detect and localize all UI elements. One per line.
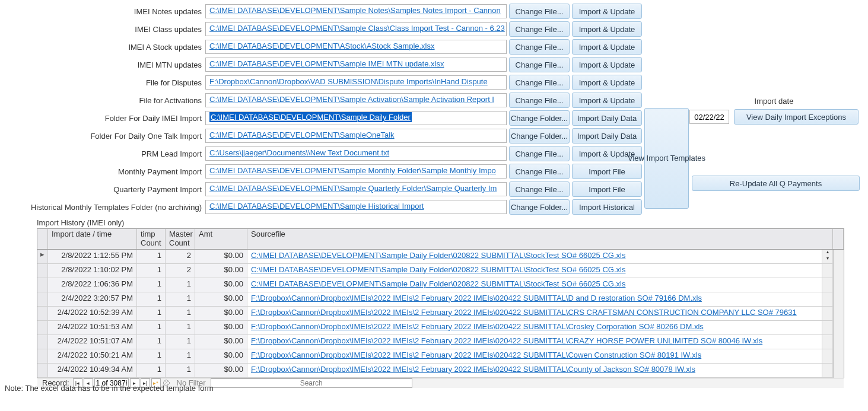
import-button[interactable]: Import & Update <box>572 57 642 72</box>
import-button[interactable]: Import Daily Data <box>572 110 642 126</box>
change-button[interactable]: Change File... <box>509 39 570 55</box>
sourcefile-link[interactable]: F:\Dropbox\Cannon\Dropbox\IMEIs\2022 IME… <box>251 308 797 317</box>
grid-header-datetime[interactable]: Import date / time <box>48 229 137 249</box>
path-link[interactable]: C:\IMEI DATABASE\DEVELOPMENT\Sample Acti… <box>209 95 494 104</box>
sourcefile-link[interactable]: F:\Dropbox\Cannon\Dropbox\IMEIs\2022 IME… <box>251 365 695 374</box>
sourcefile-link[interactable]: C:\IMEI DATABASE\DEVELOPMENT\Sample Dail… <box>251 279 625 288</box>
row-selector[interactable] <box>37 292 48 306</box>
grid-header-selector <box>37 229 48 249</box>
grid-search-input[interactable] <box>211 378 412 388</box>
import-button[interactable]: Import Daily Data <box>572 128 642 144</box>
table-row[interactable]: 2/4/2022 10:51:53 AM11$0.00F:\Dropbox\Ca… <box>37 321 833 335</box>
table-row[interactable]: 2/4/2022 10:50:21 AM11$0.00F:\Dropbox\Ca… <box>37 349 833 364</box>
row-selector[interactable]: ▸ <box>37 250 48 263</box>
path-link[interactable]: C:\IMEI DATABASE\DEVELOPMENT\AStock\ASto… <box>209 42 435 50</box>
table-row[interactable]: 2/4/2022 10:52:39 AM11$0.00F:\Dropbox\Ca… <box>37 307 833 321</box>
path-link[interactable]: C:\IMEI DATABASE\DEVELOPMENT\Sample IMEI… <box>209 59 444 68</box>
reupdate-all-q-payments-button[interactable]: Re-Update All Q Payments <box>692 176 860 191</box>
import-button[interactable]: Import File <box>572 164 642 179</box>
import-button[interactable]: Import & Update <box>572 4 642 19</box>
table-row[interactable]: ▸2/8/2022 1:12:55 PM12$0.00C:\IMEI DATAB… <box>37 250 833 264</box>
change-button[interactable]: Change File... <box>509 146 570 161</box>
table-row[interactable]: 2/4/2022 3:20:57 PM11$0.00F:\Dropbox\Can… <box>37 292 833 307</box>
path-input[interactable]: C:\IMEI DATABASE\DEVELOPMENT\Sample Quar… <box>205 182 507 196</box>
path-link[interactable]: C:\IMEI DATABASE\DEVELOPMENT\SampleOneTa… <box>209 130 395 139</box>
change-button[interactable]: Change File... <box>509 93 570 108</box>
table-row[interactable]: 2/4/2022 10:51:07 AM11$0.00F:\Dropbox\Ca… <box>37 335 833 349</box>
path-input[interactable]: C:\IMEI DATABASE\DEVELOPMENT\AStock\ASto… <box>205 40 507 54</box>
row-selector[interactable] <box>37 335 48 349</box>
change-button[interactable]: Change File... <box>509 4 570 19</box>
path-input[interactable]: C:\IMEI DATABASE\DEVELOPMENT\Sample Hist… <box>205 200 507 214</box>
import-history-grid[interactable]: Import date / time timp Count Master Cou… <box>37 228 844 378</box>
path-input[interactable]: C:\IMEI DATABASE\DEVELOPMENT\Sample Dail… <box>205 111 507 125</box>
sourcefile-link[interactable]: F:\Dropbox\Cannon\Dropbox\IMEIs\2022 IME… <box>251 322 704 331</box>
table-row[interactable]: 2/4/2022 10:49:34 AM11$0.00F:\Dropbox\Ca… <box>37 364 833 378</box>
change-button[interactable]: Change Folder... <box>509 199 570 215</box>
path-link[interactable]: C:\IMEI DATABASE\DEVELOPMENT\Sample Clas… <box>209 24 505 33</box>
import-button[interactable]: Import & Update <box>572 39 642 55</box>
import-button[interactable]: Import File <box>572 181 642 197</box>
row-label: Monthly Payment Import <box>14 167 205 176</box>
import-history-label: Import History (IMEI only) <box>37 218 864 227</box>
row-selector[interactable] <box>37 364 48 377</box>
cell-sourcefile: F:\Dropbox\Cannon\Dropbox\IMEIs\2022 IME… <box>247 349 822 363</box>
cell-datetime: 2/4/2022 3:20:57 PM <box>48 292 137 306</box>
path-input[interactable]: C:\IMEI DATABASE\DEVELOPMENT\Sample IMEI… <box>205 58 507 72</box>
cell-amt: $0.00 <box>195 335 247 349</box>
grid-header-amt[interactable]: Amt <box>195 229 247 249</box>
row-selector[interactable] <box>37 278 48 292</box>
import-button[interactable]: Import Historical <box>572 199 642 215</box>
grid-header-timp-count[interactable]: timp Count <box>137 229 166 249</box>
sourcefile-link[interactable]: F:\Dropbox\Cannon\Dropbox\IMEIs\2022 IME… <box>251 294 702 302</box>
path-input[interactable]: C:\IMEI DATABASE\DEVELOPMENT\Sample Mont… <box>205 164 507 179</box>
path-link[interactable]: C:\IMEI DATABASE\DEVELOPMENT\Sample Mont… <box>209 166 496 175</box>
table-row[interactable]: 2/8/2022 1:06:36 PM11$0.00C:\IMEI DATABA… <box>37 278 833 292</box>
grid-header-master-count[interactable]: Master Count <box>166 229 195 249</box>
import-button[interactable]: Import & Update <box>572 21 642 37</box>
path-link[interactable]: C:\IMEI DATABASE\DEVELOPMENT\Sample Quar… <box>209 184 497 193</box>
change-button[interactable]: Change File... <box>509 57 570 72</box>
path-input[interactable]: C:\IMEI DATABASE\DEVELOPMENT\Sample Acti… <box>205 93 507 107</box>
grid-vertical-scrollbar[interactable] <box>833 250 844 378</box>
row-label: IMEI Class updates <box>14 25 205 34</box>
grid-header-sourcefile[interactable]: Sourcefile <box>247 229 833 249</box>
row-selector[interactable] <box>37 264 48 278</box>
cell-timp-count: 1 <box>137 307 166 320</box>
path-input[interactable]: C:\Users\jjaeger\Documents\\New Text Doc… <box>205 146 507 161</box>
cell-datetime: 2/4/2022 10:52:39 AM <box>48 307 137 320</box>
change-button[interactable]: Change File... <box>509 75 570 90</box>
path-link[interactable]: C:\IMEI DATABASE\DEVELOPMENT\Sample Note… <box>209 6 501 15</box>
sourcefile-link[interactable]: F:\Dropbox\Cannon\Dropbox\IMEIs\2022 IME… <box>251 336 762 345</box>
view-daily-import-exceptions-button[interactable]: View Daily Import Exceptions <box>734 109 859 125</box>
path-input[interactable]: C:\IMEI DATABASE\DEVELOPMENT\Sample Note… <box>205 4 507 18</box>
path-input[interactable]: C:\IMEI DATABASE\DEVELOPMENT\SampleOneTa… <box>205 129 507 143</box>
change-button[interactable]: Change Folder... <box>509 128 570 144</box>
import-button[interactable]: Import & Update <box>572 75 642 90</box>
path-input[interactable]: C:\IMEI DATABASE\DEVELOPMENT\Sample Clas… <box>205 22 507 36</box>
path-link[interactable]: C:\IMEI DATABASE\DEVELOPMENT\Sample Dail… <box>209 112 412 122</box>
import-date-input[interactable] <box>689 110 729 124</box>
table-row[interactable]: 2/8/2022 1:10:02 PM12$0.00C:\IMEI DATABA… <box>37 264 833 278</box>
path-link[interactable]: F:\Dropbox\Cannon\Dropbox\VAD SUBMISSION… <box>209 77 488 86</box>
cell-amt: $0.00 <box>195 250 247 263</box>
row-selector[interactable] <box>37 349 48 363</box>
view-import-templates-button[interactable]: View Import Templates <box>644 108 689 209</box>
change-button[interactable]: Change File... <box>509 164 570 179</box>
sourcefile-link[interactable]: C:\IMEI DATABASE\DEVELOPMENT\Sample Dail… <box>251 251 625 260</box>
sourcefile-link[interactable]: C:\IMEI DATABASE\DEVELOPMENT\Sample Dail… <box>251 265 625 274</box>
sourcefile-link[interactable]: F:\Dropbox\Cannon\Dropbox\IMEIs\2022 IME… <box>251 351 701 359</box>
row-selector[interactable] <box>37 321 48 334</box>
import-button[interactable]: Import & Update <box>572 93 642 108</box>
path-input[interactable]: F:\Dropbox\Cannon\Dropbox\VAD SUBMISSION… <box>205 75 507 90</box>
path-link[interactable]: C:\IMEI DATABASE\DEVELOPMENT\Sample Hist… <box>209 202 424 211</box>
change-button[interactable]: Change File... <box>509 181 570 197</box>
change-button[interactable]: Change Folder... <box>509 110 570 126</box>
cell-amt: $0.00 <box>195 307 247 320</box>
row-spinner[interactable]: ▴▾ <box>822 250 833 263</box>
change-button[interactable]: Change File... <box>509 21 570 37</box>
path-link[interactable]: C:\Users\jjaeger\Documents\\New Text Doc… <box>209 148 389 157</box>
row-selector[interactable] <box>37 307 48 320</box>
cell-amt: $0.00 <box>195 264 247 278</box>
cell-master-count: 1 <box>166 278 195 292</box>
